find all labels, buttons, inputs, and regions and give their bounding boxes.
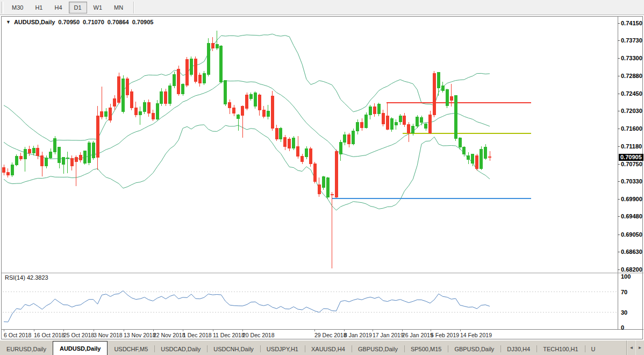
price-axis-label: 0.73730 — [621, 38, 642, 44]
timeframe-toolbar: M30H1H4D1W1MN — [0, 0, 644, 15]
date-axis-label: 22 Nov 2018 — [153, 332, 185, 338]
chart-tab-sp500-m15[interactable]: SP500,M15 — [404, 343, 448, 355]
price-axis-label: 0.72030 — [621, 108, 642, 114]
timeframe-button-H1[interactable]: H1 — [30, 2, 48, 13]
date-axis-label: 16 Oct 2018 — [34, 332, 65, 338]
date-axis-label: 1 Dec 2018 — [183, 332, 212, 338]
date-axis-tick — [34, 329, 34, 331]
current-price-tag: 0.70905 — [619, 154, 643, 161]
pane-splitter[interactable] — [2, 273, 643, 273]
price-axis-tick — [618, 164, 620, 165]
price-axis-tick — [618, 40, 620, 41]
chart-tab-xauusd-h4[interactable]: XAUUSD,H4 — [305, 343, 352, 355]
date-axis-border — [2, 329, 643, 330]
date-axis-label: 14 Feb 2019 — [460, 332, 492, 338]
rsi-axis-label: 100 — [621, 274, 631, 280]
timeframe-button-M30[interactable]: M30 — [6, 2, 28, 13]
toolbar-separator — [133, 2, 134, 13]
tab-scroll-buttons: ◄ ► — [626, 340, 644, 355]
chart-window: ▼ AUDUSD,Daily 0.70950 0.71070 0.70864 0… — [1, 16, 643, 339]
date-axis-tick — [4, 329, 4, 331]
date-axis-label: 5 Feb 2019 — [431, 332, 459, 338]
date-axis-tick — [124, 329, 124, 331]
tab-scroll-right-icon[interactable]: ► — [635, 340, 644, 355]
date-axis-label: 29 Dec 2018 — [314, 332, 347, 338]
chart-tab-gbpusd-daily[interactable]: GBPUSD,Daily — [352, 343, 404, 355]
price-axis-tick — [618, 23, 620, 24]
price-axis-tick — [618, 216, 620, 217]
date-axis-tick — [402, 329, 403, 331]
chevron-down-icon[interactable]: ▼ — [6, 19, 11, 25]
price-axis-border — [618, 17, 618, 329]
price-axis-label: 0.71180 — [621, 144, 642, 150]
date-axis-tick — [153, 329, 154, 331]
price-axis-label: 0.69900 — [621, 196, 642, 202]
price-axis-label: 0.70750 — [621, 161, 642, 167]
date-axis-label: 25 Oct 2018 — [63, 332, 94, 338]
price-axis-tick — [618, 146, 620, 147]
price-axis-label: 0.69480 — [621, 214, 642, 219]
price-axis-tick — [618, 235, 620, 235]
date-axis-tick — [344, 329, 345, 331]
metatrader-window: M30H1H4D1W1MN ▼ AUDUSD,Daily 0.70950 0.7… — [0, 0, 644, 355]
chart-tab-dj30-h4[interactable]: DJ30,H4 — [500, 343, 536, 355]
price-axis-tick — [618, 94, 620, 94]
chart-tab-usdcnh-daily[interactable]: USDCNH,Daily — [207, 343, 260, 355]
rsi-canvas[interactable] — [2, 273, 643, 329]
date-axis-label: 6 Oct 2018 — [4, 332, 31, 338]
date-axis-label: 17 Jan 2019 — [373, 332, 404, 338]
date-axis-tick — [183, 329, 183, 331]
chart-title: ▼ AUDUSD,Daily 0.70950 0.71070 0.70864 0… — [6, 19, 153, 25]
date-axis-label: 11 Dec 2018 — [213, 332, 245, 338]
tab-scroll-left-icon[interactable]: ◄ — [627, 340, 635, 355]
price-axis-label: 0.73300 — [621, 55, 642, 61]
date-axis-label: 20 Dec 2018 — [242, 332, 275, 338]
chart-tab-audusd-daily[interactable]: AUDUSD,Daily — [53, 341, 108, 355]
price-axis-tick — [618, 199, 620, 200]
rsi-indicator-label: RSI(14) 42.3823 — [5, 274, 48, 281]
price-axis-tick — [618, 129, 620, 129]
price-axis-tick — [618, 269, 620, 270]
main-chart-canvas[interactable] — [2, 17, 643, 273]
ohlc-close: 0.70905 — [132, 19, 154, 25]
chart-tab-eurusd-daily[interactable]: EURUSD,Daily — [0, 343, 53, 355]
price-axis-label: 0.74150 — [621, 20, 642, 26]
price-axis-label: 0.71600 — [621, 126, 642, 132]
date-axis-tick — [431, 329, 431, 331]
date-axis-tick — [242, 329, 243, 331]
price-axis-tick — [618, 76, 620, 76]
timeframe-button-H4[interactable]: H4 — [49, 2, 67, 13]
chart-tab-gbpusd-daily[interactable]: GBPUSD,Daily — [448, 343, 500, 355]
price-axis-label: 0.69050 — [621, 232, 642, 238]
price-axis-label: 0.72880 — [621, 73, 642, 79]
ohlc-low: 0.70864 — [108, 19, 129, 25]
chart-tab-tech100-h1[interactable]: TECH100,H1 — [536, 343, 584, 355]
chart-tab-usdchf-m5[interactable]: USDCHF,M5 — [108, 343, 154, 355]
symbol-label: AUDUSD,Daily — [14, 19, 55, 25]
date-axis-tick — [94, 329, 94, 331]
rsi-axis-label: 0 — [621, 325, 624, 331]
toolbar-grip[interactable] — [1, 2, 4, 13]
price-axis-label: 0.70330 — [621, 179, 642, 184]
date-axis-label: 8 Jan 2019 — [344, 332, 372, 338]
price-axis-label: 0.72450 — [621, 91, 642, 97]
date-axis-label: 26 Jan 2019 — [402, 332, 433, 338]
chart-tab-bar: EURUSD,DailyAUDUSD,DailyUSDCHF,M5USDCAD,… — [0, 340, 644, 355]
date-axis-tick — [460, 329, 461, 331]
timeframe-button-D1[interactable]: D1 — [69, 2, 87, 13]
date-axis-tick — [314, 329, 315, 331]
timeframe-buttons: M30H1H4D1W1MN — [6, 2, 129, 13]
ohlc-open: 0.70950 — [58, 19, 80, 25]
chart-tab-u[interactable]: U — [585, 343, 602, 355]
rsi-axis-label: 70 — [621, 289, 627, 295]
date-axis-tick — [213, 329, 213, 331]
chart-tab-usdcad-daily[interactable]: USDCAD,Daily — [154, 343, 207, 355]
date-axis-tick — [63, 329, 64, 331]
timeframe-button-W1[interactable]: W1 — [88, 2, 108, 13]
price-axis-label: 0.68200 — [621, 267, 642, 273]
date-axis-label: 13 Nov 2018 — [124, 332, 156, 338]
timeframe-button-MN[interactable]: MN — [109, 2, 128, 13]
price-axis-tick — [618, 111, 620, 111]
price-axis-tick — [618, 181, 620, 182]
chart-tab-usdjpy-h1[interactable]: USDJPY,H1 — [260, 343, 305, 355]
